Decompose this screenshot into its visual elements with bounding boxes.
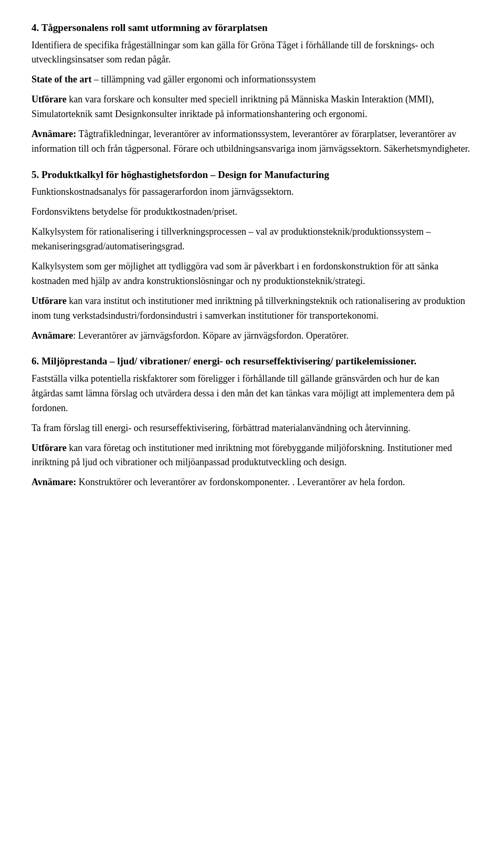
avnamare-text-4: Tågtrafikledningar, leverantörer av info…	[32, 129, 470, 154]
avnamare-text-5: : Leverantörer av järnvägsfordon. Köpare…	[73, 330, 349, 341]
section-6-intro: Fastställa vilka potentiella riskfaktore…	[32, 372, 472, 416]
state-of-art-label: State of the art	[32, 74, 91, 85]
section-5-title-text: 5. Produktkalkyl för höghastighetsfordon…	[32, 169, 329, 180]
section-6: 6. Miljöprestanda – ljud/ vibrationer/ e…	[32, 354, 472, 490]
section-6-avnamare: Avnämare: Konstruktörer och leverantörer…	[32, 475, 472, 490]
section-4: 4. Tågpersonalens roll samt utformning a…	[32, 21, 472, 156]
section-5-line4: Kalkylsystem som ger möjlighet att tydli…	[32, 259, 472, 289]
section-4-state-of-art: State of the art – tillämpning vad gälle…	[32, 72, 472, 87]
utforare-text-5: kan vara institut och institutioner med …	[32, 296, 465, 321]
section-4-title-text: 4. Tågpersonalens roll samt utformning a…	[32, 22, 268, 33]
utforare-label-6: Utförare	[32, 443, 67, 453]
avnamare-label-4: Avnämare:	[32, 129, 76, 139]
utforare-text-6: kan vara företag och institutioner med i…	[32, 443, 452, 468]
document-content: 4. Tågpersonalens roll samt utformning a…	[32, 21, 472, 490]
section-6-title-text: 6. Miljöprestanda – ljud/ vibrationer/ e…	[32, 355, 416, 366]
section-6-line2: Ta fram förslag till energi- och resurse…	[32, 421, 472, 436]
section-4-avnamare: Avnämare: Tågtrafikledningar, leverantör…	[32, 127, 472, 156]
avnamare-label-5: Avnämare	[32, 330, 73, 341]
section-4-utforare: Utförare kan vara forskare och konsulter…	[32, 92, 472, 122]
section-5-title: 5. Produktkalkyl för höghastighetsfordon…	[32, 168, 472, 182]
avnamare-text-6: Konstruktörer och leverantörer av fordon…	[76, 477, 405, 487]
section-5-utforare: Utförare kan vara institut och instituti…	[32, 294, 472, 323]
section-4-title: 4. Tågpersonalens roll samt utformning a…	[32, 21, 472, 35]
section-5-line2: Fordonsviktens betydelse för produktkost…	[32, 205, 472, 219]
state-of-art-text: – tillämpning vad gäller ergonomi och in…	[91, 74, 316, 85]
section-5-avnamare: Avnämare: Leverantörer av järnvägsfordon…	[32, 329, 472, 343]
section-6-title: 6. Miljöprestanda – ljud/ vibrationer/ e…	[32, 354, 472, 369]
utforare-label-4: Utförare	[32, 94, 67, 104]
section-6-utforare: Utförare kan vara företag och institutio…	[32, 441, 472, 470]
section-5: 5. Produktkalkyl för höghastighetsfordon…	[32, 168, 472, 343]
avnamare-label-6: Avnämare:	[32, 477, 76, 487]
utforare-label-5: Utförare	[32, 296, 67, 306]
utforare-text-4: kan vara forskare och konsulter med spec…	[32, 94, 434, 119]
section-5-intro: Funktionskostnadsanalys för passagerarfo…	[32, 185, 472, 200]
section-5-line3: Kalkylsystem för rationalisering i tillv…	[32, 225, 472, 254]
section-4-intro: Identifiera de specifika frågeställninga…	[32, 38, 472, 68]
